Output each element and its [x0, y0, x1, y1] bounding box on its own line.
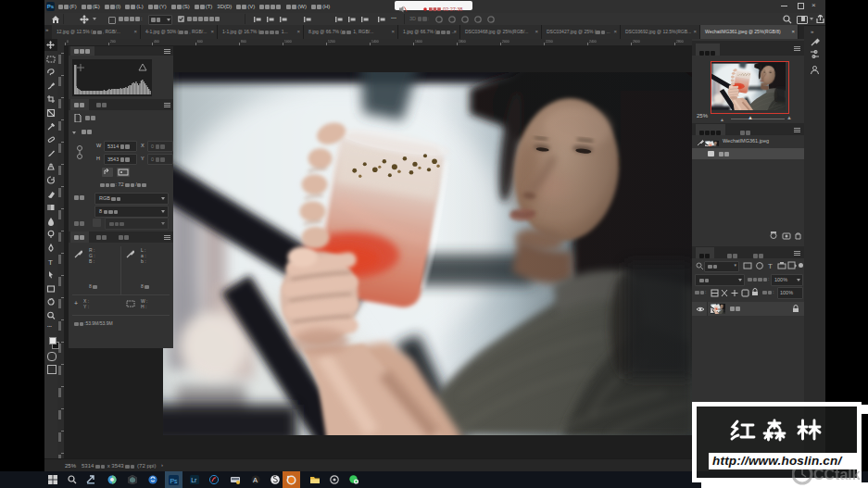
svg-text:02:27:38: 02:27:38	[443, 6, 462, 12]
svg-text:T: T	[48, 258, 53, 267]
svg-text:T: T	[768, 262, 773, 270]
svg-text:Lr: Lr	[191, 477, 197, 483]
svg-text:Ps: Ps	[170, 478, 178, 484]
svg-text:A: A	[253, 476, 258, 484]
